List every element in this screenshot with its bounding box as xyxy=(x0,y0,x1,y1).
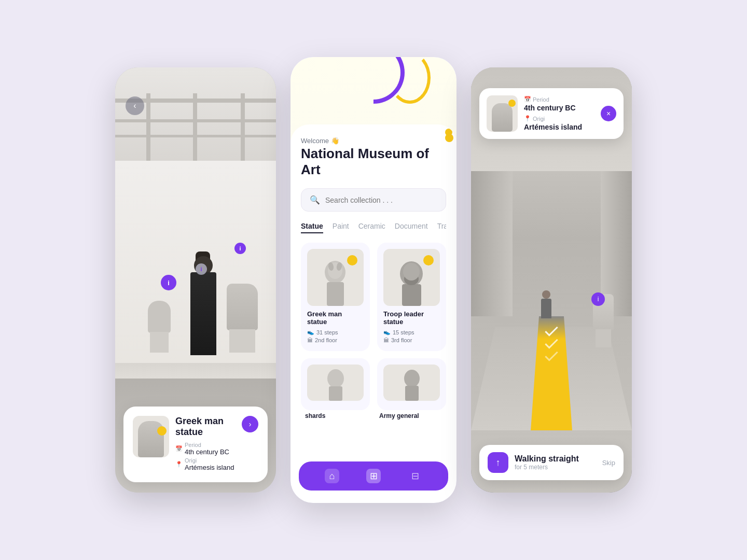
category-tabs: Statue Paint Ceramic Document Tradit xyxy=(301,222,446,233)
tab-ceramic[interactable]: Ceramic xyxy=(358,222,385,233)
bust-svg-1 xyxy=(319,259,352,306)
main-content: Welcome 👋 National Museum of Art 🔍 Statu… xyxy=(290,124,457,503)
yellow-dot-2 xyxy=(423,255,434,265)
body xyxy=(190,272,216,355)
close-button-p3[interactable]: × xyxy=(601,106,616,121)
p3-pedestal xyxy=(596,329,611,347)
card-meta-p3: 📅 Period 4th century BC 📍 Origi Artémesi… xyxy=(524,96,594,131)
walking-icon: ↑ xyxy=(488,452,508,473)
artifact-grid-row2 xyxy=(301,358,446,410)
tab-statue[interactable]: Statue xyxy=(301,222,323,233)
search-icon: 🔍 xyxy=(310,195,320,205)
phone2-inner: Welcome 👋 National Museum of Art 🔍 Statu… xyxy=(290,57,457,503)
artifact-img-2 xyxy=(383,249,440,306)
phone-navigation-view: i 📅 Period 4th century BC 📍 Origi Artéme… xyxy=(471,67,632,493)
person-head xyxy=(542,290,550,299)
artifact-card-2[interactable]: Troop leader statue 👟 15 steps 🏛 3rd flo… xyxy=(377,243,446,351)
person-display xyxy=(183,262,224,355)
artifact-img-4 xyxy=(383,365,440,401)
card-title: Greek man statue xyxy=(175,416,236,438)
wall-left xyxy=(471,161,513,316)
tab-document[interactable]: Document xyxy=(395,222,428,233)
svg-rect-10 xyxy=(329,386,342,401)
chevron-2 xyxy=(545,335,558,348)
floor xyxy=(115,363,276,379)
wall-right xyxy=(601,161,632,316)
period-details: Period 4th century BC xyxy=(185,442,229,456)
artifact-card-1[interactable]: Greek man statue 👟 31 steps 🏛 2nd floor xyxy=(301,243,370,351)
walking-instruction-card: ↑ Walking straight for 5 meters Skip xyxy=(479,445,624,480)
nav-map[interactable]: ⊟ xyxy=(408,469,422,483)
back-button[interactable]: ‹ xyxy=(126,96,144,115)
artifact-thumb-p3 xyxy=(487,95,518,132)
svg-point-11 xyxy=(404,370,420,387)
yellow-dot-thumb xyxy=(157,426,167,436)
skip-button[interactable]: Skip xyxy=(602,459,615,467)
info-pin-right[interactable]: i xyxy=(234,243,246,254)
search-bar[interactable]: 🔍 xyxy=(301,188,446,212)
row2-labels: shards Army general xyxy=(301,412,446,419)
artifact-floor-1: 🏛 2nd floor xyxy=(307,337,364,343)
artifact-img-1 xyxy=(307,249,364,306)
card-details: Greek man statue 📅 Period 4th century BC… xyxy=(175,416,236,473)
origin-row: 📍 Origi Artémesis island xyxy=(175,457,236,471)
bust-svg-2 xyxy=(395,259,428,306)
phone-ar-view: ‹ i i i xyxy=(115,67,276,493)
statue-right-display xyxy=(224,285,260,353)
tab-paint[interactable]: Paint xyxy=(333,222,349,233)
artifact-steps-2: 👟 15 steps xyxy=(383,329,440,335)
yellow-dot-p3 xyxy=(508,100,516,107)
pedestal-right xyxy=(229,329,255,353)
welcome-row: Welcome 👋 xyxy=(301,137,446,145)
tab-tradit[interactable]: Tradit xyxy=(437,222,446,233)
artifact-grid-row1: Greek man statue 👟 31 steps 🏛 2nd floor xyxy=(301,243,446,351)
origin-details: Origi Artémesis island xyxy=(185,457,234,471)
period-row: 📅 Period 4th century BC xyxy=(175,442,236,456)
artifact-detail-card: 📅 Period 4th century BC 📍 Origi Artémesi… xyxy=(479,88,624,139)
artifact-card-4[interactable] xyxy=(377,358,446,410)
walking-subtitle: for 5 meters xyxy=(515,464,596,471)
statue-left-display xyxy=(144,301,175,353)
info-pin-left[interactable]: i xyxy=(161,275,176,290)
thumb-bust-p3 xyxy=(492,103,513,132)
search-input[interactable] xyxy=(325,196,437,204)
artifact-img-3 xyxy=(307,365,364,401)
bust-svg-4 xyxy=(399,367,425,401)
person-body xyxy=(541,299,551,318)
info-pin-center[interactable]: i xyxy=(196,263,207,275)
artifact-info-card: Greek man statue 📅 Period 4th century BC… xyxy=(123,407,268,482)
svg-point-8 xyxy=(403,263,420,281)
yellow-dot-1 xyxy=(347,255,357,265)
artifact-thumbnail xyxy=(133,416,169,457)
artifact-card-3[interactable] xyxy=(301,358,370,410)
nav-scan[interactable]: ⊞ xyxy=(366,469,381,483)
period-label-p3: 📅 Period xyxy=(524,96,594,103)
svg-rect-6 xyxy=(402,284,421,306)
bottom-navigation: ⌂ ⊞ ⊟ xyxy=(299,461,448,491)
museum-title: National Museum of Art xyxy=(301,146,446,178)
walking-title: Walking straight xyxy=(515,454,596,464)
period-value-p3: 4th century BC xyxy=(524,104,594,112)
figure-shape xyxy=(227,284,258,330)
artifact-steps-1: 👟 31 steps xyxy=(307,329,364,335)
walking-text: Walking straight for 5 meters xyxy=(515,454,596,471)
artifact-title-1: Greek man statue xyxy=(307,310,364,326)
bust-shape xyxy=(148,301,171,333)
svg-rect-12 xyxy=(405,386,419,401)
nav-home[interactable]: ⌂ xyxy=(325,469,339,483)
artifact-label-4: Army general xyxy=(377,412,444,419)
person-corridor xyxy=(541,290,551,316)
direction-chevrons xyxy=(545,327,558,358)
navigation-background: i 📅 Period 4th century BC 📍 Origi Artéme… xyxy=(471,67,632,493)
origin-value-p3: Artémesis island xyxy=(524,123,594,131)
svg-rect-1 xyxy=(327,282,344,306)
p3-info-pin[interactable]: i xyxy=(591,292,605,306)
artifact-label-3: shards xyxy=(303,412,370,419)
card-arrow-button[interactable]: › xyxy=(242,416,258,432)
svg-point-9 xyxy=(327,369,344,388)
artifact-floor-2: 🏛 3rd floor xyxy=(383,337,440,343)
bust-svg-3 xyxy=(323,367,349,401)
ar-background: ‹ i i i xyxy=(115,67,276,493)
yellow-circle-deco xyxy=(389,57,431,104)
pedestal xyxy=(150,332,169,353)
